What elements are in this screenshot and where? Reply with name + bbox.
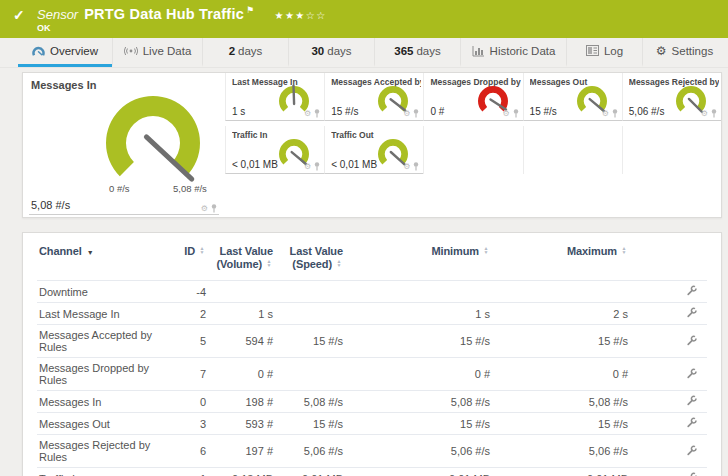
- channel-settings-icon[interactable]: [686, 395, 697, 408]
- tab-number: 2: [229, 45, 235, 57]
- cell-id: 1: [167, 468, 208, 476]
- tab-log[interactable]: Log: [566, 38, 642, 67]
- channel-settings-icon[interactable]: [686, 417, 697, 430]
- log-icon: [586, 45, 599, 56]
- cell-channel: Messages Dropped by Rules: [37, 358, 167, 391]
- gauge-action-icons[interactable]: ⚙: [304, 162, 320, 171]
- gauge-action-icons[interactable]: ⚙: [403, 162, 419, 171]
- channel-settings-icon[interactable]: [686, 472, 697, 476]
- gauge-action-icons[interactable]: ⚙: [502, 109, 518, 118]
- column-header-actions: [630, 237, 707, 281]
- gauge-cell-traffic-in: Traffic In< 0,01 MB⚙: [225, 126, 324, 174]
- divider: [29, 214, 219, 215]
- gauge-action-icons[interactable]: ⚙: [602, 109, 618, 118]
- gear-icon[interactable]: ⚙: [602, 110, 609, 118]
- gear-icon[interactable]: ⚙: [304, 110, 311, 118]
- gauge-action-icons[interactable]: ⚙: [701, 109, 717, 118]
- gauge-action-icons[interactable]: ⚙: [403, 109, 419, 118]
- cell-actions: [630, 303, 707, 325]
- settings-gear-icon: ⚙: [656, 45, 667, 57]
- cell-maximum: 5,06 #/s: [492, 435, 630, 468]
- column-header-last-value-speed[interactable]: Last Value (Speed): [275, 237, 345, 281]
- cell-minimum: 5,06 #/s: [345, 435, 492, 468]
- flag-icon[interactable]: ⚑: [246, 5, 254, 15]
- gear-icon[interactable]: ⚙: [502, 110, 509, 118]
- tab-historic-data[interactable]: Historic Data: [460, 38, 566, 67]
- priority-stars[interactable]: ★★★☆☆: [274, 10, 326, 21]
- pin-icon[interactable]: [314, 162, 320, 171]
- table-row: Messages In0198 #5,08 #/s5,08 #/s5,08 #/…: [37, 391, 707, 413]
- tab-365-days[interactable]: 365days: [374, 38, 460, 67]
- gauge-action-icons[interactable]: ⚙: [304, 109, 320, 118]
- sensor-header: ✓ SensorPRTG Data Hub Traffic⚑ ★★★☆☆ OK: [0, 0, 728, 38]
- pin-icon[interactable]: [513, 109, 519, 118]
- channel-settings-icon[interactable]: [686, 445, 697, 458]
- wrench-icon: [686, 285, 697, 296]
- object-kind: Sensor: [37, 7, 78, 22]
- cell-last-value-volume: 197 #: [208, 435, 275, 468]
- table-row: Messages Rejected by Rules6197 #5,06 #/s…: [37, 435, 707, 468]
- gear-icon[interactable]: ⚙: [201, 205, 208, 213]
- cell-actions: [630, 468, 707, 476]
- pin-icon[interactable]: [413, 162, 419, 171]
- gauge-cell-messages-dropped-by-rules: Messages Dropped by Rules0 #⚙: [423, 73, 522, 121]
- status-badge: OK: [37, 23, 51, 33]
- column-header-id[interactable]: ID: [167, 237, 208, 281]
- pin-icon[interactable]: [612, 109, 618, 118]
- gauge-min-label: 0 #/s: [109, 183, 130, 194]
- empty-cell: [622, 126, 721, 174]
- column-header-channel[interactable]: Channel: [37, 237, 167, 281]
- mini-gauge-grid: Last Message In1 s⚙Messages Accepted by …: [225, 73, 721, 217]
- cell-last-value-volume: 198 #: [208, 391, 275, 413]
- tab-live-data[interactable]: Live Data: [112, 38, 202, 67]
- channel-settings-icon[interactable]: [686, 335, 697, 348]
- gauge-value: 15 #/s: [530, 106, 557, 117]
- gear-icon[interactable]: ⚙: [403, 110, 410, 118]
- gauge-cell-last-message-in: Last Message In1 s⚙: [225, 73, 324, 121]
- empty-cell: [523, 126, 622, 174]
- gauge-action-icons[interactable]: ⚙: [201, 204, 217, 213]
- stars-empty: ☆☆: [306, 10, 327, 21]
- pin-icon[interactable]: [314, 109, 320, 118]
- gauge-value: < 0,01 MB: [232, 159, 278, 170]
- pin-icon[interactable]: [413, 109, 419, 118]
- channel-settings-icon[interactable]: [686, 368, 697, 381]
- wrench-icon: [686, 368, 697, 379]
- gauge-max-label: 5,08 #/s: [173, 183, 207, 194]
- cell-maximum: 5,08 #/s: [492, 391, 630, 413]
- pin-icon[interactable]: [711, 109, 717, 118]
- channel-settings-icon[interactable]: [686, 285, 697, 298]
- channel-settings-icon[interactable]: [686, 307, 697, 320]
- column-header-minimum[interactable]: Minimum: [345, 237, 492, 281]
- tab-settings[interactable]: ⚙Settings: [642, 38, 726, 67]
- column-header-last-value-volume[interactable]: Last Value (Volume): [208, 237, 275, 281]
- pin-icon[interactable]: [211, 204, 217, 213]
- tab-number: 30: [311, 45, 324, 57]
- overview-panel: Messages In 0 #/s 5,08 #/s 5,08 #/s ⚙ La…: [22, 72, 722, 218]
- cell-last-value-speed: [275, 281, 345, 303]
- tab-30-days[interactable]: 30days: [288, 38, 374, 67]
- cell-id: 0: [167, 391, 208, 413]
- gauge-cell-messages-in: Messages In 0 #/s 5,08 #/s 5,08 #/s ⚙: [23, 73, 225, 217]
- tab-label: days: [416, 45, 440, 57]
- gear-icon[interactable]: ⚙: [304, 163, 311, 171]
- gear-icon[interactable]: ⚙: [403, 163, 410, 171]
- cell-last-value-speed: < 0,01 MB: [275, 468, 345, 476]
- sort-icon: [620, 246, 628, 254]
- gauge-title: Messages In: [31, 79, 96, 91]
- gauge-value: < 0,01 MB: [331, 159, 377, 170]
- gear-icon[interactable]: ⚙: [701, 110, 708, 118]
- table-row: Messages Out3593 #15 #/s15 #/s15 #/s: [37, 413, 707, 435]
- column-header-maximum[interactable]: Maximum: [492, 237, 630, 281]
- tab-number: 365: [394, 45, 413, 57]
- tab-overview[interactable]: Overview: [18, 38, 112, 67]
- cell-actions: [630, 391, 707, 413]
- tab-bar: OverviewLive Data2days30days365daysHisto…: [0, 38, 728, 68]
- cell-minimum: < 0,01 MB: [345, 468, 492, 476]
- wrench-icon: [686, 335, 697, 346]
- cell-last-value-speed: 15 #/s: [275, 325, 345, 358]
- cell-maximum: < 0,01 MB: [492, 468, 630, 476]
- tab-2-days[interactable]: 2days: [202, 38, 288, 67]
- gauge-cell-messages-rejected-by-rules: Messages Rejected by Rules5,06 #/s⚙: [622, 73, 721, 121]
- cell-actions: [630, 325, 707, 358]
